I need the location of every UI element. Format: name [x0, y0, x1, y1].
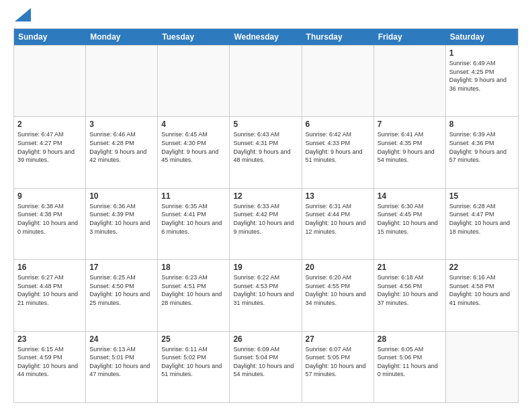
day-number: 3 — [89, 120, 154, 129]
calendar-cell: 6Sunrise: 6:42 AM Sunset: 4:33 PM Daylig… — [302, 117, 374, 187]
day-info: Sunrise: 6:05 AM Sunset: 5:06 PM Dayligh… — [378, 345, 442, 379]
day-number: 7 — [378, 120, 442, 129]
calendar-cell: 11Sunrise: 6:35 AM Sunset: 4:41 PM Dayli… — [158, 189, 230, 259]
calendar-cell — [230, 46, 302, 116]
day-info: Sunrise: 6:15 AM Sunset: 4:59 PM Dayligh… — [17, 345, 82, 379]
calendar-cell: 17Sunrise: 6:25 AM Sunset: 4:50 PM Dayli… — [86, 260, 158, 330]
day-number: 18 — [161, 263, 226, 272]
calendar-cell: 8Sunrise: 6:39 AM Sunset: 4:36 PM Daylig… — [446, 117, 518, 187]
day-number: 10 — [89, 191, 154, 201]
day-number: 23 — [17, 334, 82, 344]
calendar-cell — [14, 46, 86, 116]
day-number: 25 — [161, 334, 226, 344]
day-number: 24 — [89, 334, 154, 344]
day-number: 12 — [233, 191, 298, 201]
calendar-cell: 4Sunrise: 6:45 AM Sunset: 4:30 PM Daylig… — [158, 117, 230, 187]
calendar-cell — [302, 46, 374, 116]
day-number: 1 — [449, 48, 515, 58]
logo-icon — [15, 8, 31, 21]
calendar-header: SundayMondayTuesdayWednesdayThursdayFrid… — [14, 29, 518, 45]
day-info: Sunrise: 6:42 AM Sunset: 4:33 PM Dayligh… — [306, 130, 370, 164]
day-number: 27 — [306, 334, 370, 344]
calendar: SundayMondayTuesdayWednesdayThursdayFrid… — [13, 28, 519, 403]
calendar-body: 1Sunrise: 6:49 AM Sunset: 4:25 PM Daylig… — [14, 45, 518, 402]
calendar-row: 1Sunrise: 6:49 AM Sunset: 4:25 PM Daylig… — [14, 45, 518, 116]
day-info: Sunrise: 6:22 AM Sunset: 4:53 PM Dayligh… — [233, 273, 298, 307]
weekday-header: Monday — [86, 29, 158, 45]
day-info: Sunrise: 6:47 AM Sunset: 4:27 PM Dayligh… — [17, 130, 82, 164]
day-number: 6 — [306, 120, 370, 129]
day-info: Sunrise: 6:07 AM Sunset: 5:05 PM Dayligh… — [306, 345, 370, 379]
day-info: Sunrise: 6:09 AM Sunset: 5:04 PM Dayligh… — [233, 345, 298, 379]
day-number: 19 — [233, 263, 298, 272]
day-info: Sunrise: 6:28 AM Sunset: 4:47 PM Dayligh… — [449, 202, 515, 236]
calendar-cell: 28Sunrise: 6:05 AM Sunset: 5:06 PM Dayli… — [374, 332, 446, 402]
day-info: Sunrise: 6:38 AM Sunset: 4:38 PM Dayligh… — [17, 202, 82, 236]
weekday-header: Saturday — [446, 29, 518, 45]
calendar-cell: 3Sunrise: 6:46 AM Sunset: 4:28 PM Daylig… — [86, 117, 158, 187]
day-info: Sunrise: 6:43 AM Sunset: 4:31 PM Dayligh… — [233, 130, 298, 164]
day-info: Sunrise: 6:36 AM Sunset: 4:39 PM Dayligh… — [89, 202, 154, 236]
calendar-row: 2Sunrise: 6:47 AM Sunset: 4:27 PM Daylig… — [14, 116, 518, 187]
day-info: Sunrise: 6:46 AM Sunset: 4:28 PM Dayligh… — [89, 130, 154, 164]
calendar-cell: 10Sunrise: 6:36 AM Sunset: 4:39 PM Dayli… — [86, 189, 158, 259]
calendar-cell: 12Sunrise: 6:33 AM Sunset: 4:42 PM Dayli… — [230, 189, 302, 259]
day-number: 28 — [378, 334, 442, 344]
day-number: 20 — [306, 263, 370, 272]
calendar-cell: 2Sunrise: 6:47 AM Sunset: 4:27 PM Daylig… — [14, 117, 86, 187]
calendar-cell: 9Sunrise: 6:38 AM Sunset: 4:38 PM Daylig… — [14, 189, 86, 259]
calendar-cell — [374, 46, 446, 116]
calendar-page: SundayMondayTuesdayWednesdayThursdayFrid… — [0, 0, 532, 411]
day-info: Sunrise: 6:31 AM Sunset: 4:44 PM Dayligh… — [306, 202, 370, 236]
calendar-cell: 27Sunrise: 6:07 AM Sunset: 5:05 PM Dayli… — [302, 332, 374, 402]
calendar-cell: 24Sunrise: 6:13 AM Sunset: 5:01 PM Dayli… — [86, 332, 158, 402]
day-info: Sunrise: 6:11 AM Sunset: 5:02 PM Dayligh… — [161, 345, 226, 379]
day-number: 16 — [17, 263, 82, 272]
day-info: Sunrise: 6:33 AM Sunset: 4:42 PM Dayligh… — [233, 202, 298, 236]
weekday-header: Friday — [374, 29, 446, 45]
day-number: 2 — [17, 120, 82, 129]
day-info: Sunrise: 6:35 AM Sunset: 4:41 PM Dayligh… — [161, 202, 226, 236]
day-number: 14 — [378, 191, 442, 201]
day-info: Sunrise: 6:18 AM Sunset: 4:56 PM Dayligh… — [378, 273, 442, 307]
day-info: Sunrise: 6:41 AM Sunset: 4:35 PM Dayligh… — [378, 130, 442, 164]
day-info: Sunrise: 6:25 AM Sunset: 4:50 PM Dayligh… — [89, 273, 154, 307]
day-info: Sunrise: 6:49 AM Sunset: 4:25 PM Dayligh… — [449, 59, 515, 93]
day-number: 9 — [17, 191, 82, 201]
calendar-cell: 15Sunrise: 6:28 AM Sunset: 4:47 PM Dayli… — [446, 189, 518, 259]
calendar-cell: 18Sunrise: 6:23 AM Sunset: 4:51 PM Dayli… — [158, 260, 230, 330]
day-number: 17 — [89, 263, 154, 272]
day-info: Sunrise: 6:23 AM Sunset: 4:51 PM Dayligh… — [161, 273, 226, 307]
calendar-row: 23Sunrise: 6:15 AM Sunset: 4:59 PM Dayli… — [14, 331, 518, 402]
day-info: Sunrise: 6:39 AM Sunset: 4:36 PM Dayligh… — [449, 130, 515, 164]
weekday-header: Wednesday — [230, 29, 302, 45]
calendar-cell — [158, 46, 230, 116]
weekday-header: Sunday — [14, 29, 86, 45]
calendar-cell — [86, 46, 158, 116]
calendar-cell: 13Sunrise: 6:31 AM Sunset: 4:44 PM Dayli… — [302, 189, 374, 259]
page-header — [13, 11, 519, 21]
day-number: 13 — [306, 191, 370, 201]
calendar-cell: 16Sunrise: 6:27 AM Sunset: 4:48 PM Dayli… — [14, 260, 86, 330]
day-info: Sunrise: 6:13 AM Sunset: 5:01 PM Dayligh… — [89, 345, 154, 379]
svg-marker-0 — [15, 8, 31, 21]
calendar-row: 16Sunrise: 6:27 AM Sunset: 4:48 PM Dayli… — [14, 259, 518, 330]
day-info: Sunrise: 6:45 AM Sunset: 4:30 PM Dayligh… — [161, 130, 226, 164]
weekday-header: Tuesday — [158, 29, 230, 45]
calendar-cell: 5Sunrise: 6:43 AM Sunset: 4:31 PM Daylig… — [230, 117, 302, 187]
calendar-cell: 26Sunrise: 6:09 AM Sunset: 5:04 PM Dayli… — [230, 332, 302, 402]
day-number: 21 — [378, 263, 442, 272]
day-info: Sunrise: 6:30 AM Sunset: 4:45 PM Dayligh… — [378, 202, 442, 236]
calendar-cell: 20Sunrise: 6:20 AM Sunset: 4:55 PM Dayli… — [302, 260, 374, 330]
day-number: 4 — [161, 120, 226, 129]
calendar-cell: 7Sunrise: 6:41 AM Sunset: 4:35 PM Daylig… — [374, 117, 446, 187]
calendar-cell: 21Sunrise: 6:18 AM Sunset: 4:56 PM Dayli… — [374, 260, 446, 330]
day-number: 26 — [233, 334, 298, 344]
logo — [13, 11, 31, 21]
day-number: 22 — [449, 263, 515, 272]
day-number: 5 — [233, 120, 298, 129]
calendar-cell — [446, 332, 518, 402]
calendar-cell: 23Sunrise: 6:15 AM Sunset: 4:59 PM Dayli… — [14, 332, 86, 402]
day-info: Sunrise: 6:20 AM Sunset: 4:55 PM Dayligh… — [306, 273, 370, 307]
calendar-cell: 22Sunrise: 6:16 AM Sunset: 4:58 PM Dayli… — [446, 260, 518, 330]
